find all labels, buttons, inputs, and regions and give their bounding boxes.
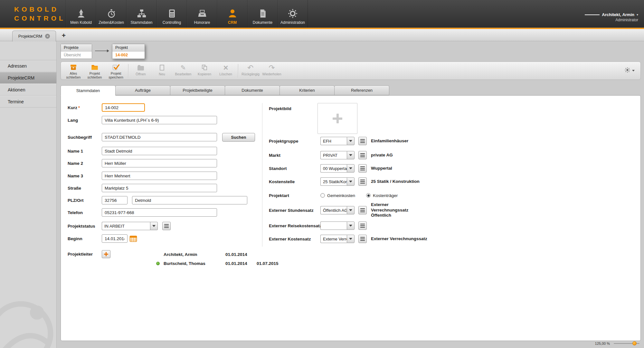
nav-zeiten-kosten[interactable]: Zeiten&Kosten [96, 0, 126, 28]
dropdown-arrow-icon[interactable] [347, 206, 355, 214]
sidebar-item-projektecrm[interactable]: ProjekteCRM [0, 72, 56, 84]
tab-auftraege[interactable]: Aufträge [115, 85, 170, 95]
markt-list-button[interactable] [358, 151, 367, 159]
externer-kostensatz-list-button[interactable] [358, 235, 367, 243]
externer-reisekostensatz-select[interactable] [320, 221, 355, 230]
sidebar: Adressen ProjekteCRM Aktionen Termine [0, 41, 57, 348]
projektgruppe-select[interactable]: EFH [320, 137, 355, 145]
radio-kostentraeger[interactable] [366, 193, 371, 198]
stopwatch-icon [107, 7, 116, 20]
tab-stammdaten[interactable]: Stammdaten [61, 85, 116, 96]
markt-select[interactable]: PRIVAT [320, 151, 355, 159]
form-row-kostenstelle: Kostenstelle 25 Statik/Kon 25 Statik / K… [269, 177, 420, 186]
nav-controlling[interactable]: Controlling [156, 0, 187, 28]
toolbar-button-kopieren[interactable]: Kopieren [194, 62, 215, 79]
kurz-input[interactable] [102, 103, 145, 112]
nav-dokumente[interactable]: Dokumente [247, 0, 278, 28]
app-logo: KOBOLD CONTROL [14, 5, 66, 23]
name2-input[interactable] [102, 159, 217, 167]
externer-stundensatz-description: Externer Verrechnungssatz Öffentlich [371, 202, 408, 219]
user-menu[interactable]: Architekt, Armin ▾ Administrator [585, 12, 638, 22]
projektstatus-select[interactable]: IN ARBEIT [102, 222, 158, 230]
lang-input[interactable] [102, 116, 217, 124]
ort-input[interactable] [132, 196, 247, 204]
workspace-tab-label: ProjekteCRM [18, 34, 42, 39]
toolbar-button-bearbeiten[interactable]: ✎ Bearbeiten [173, 62, 194, 79]
plz-input[interactable] [102, 196, 128, 204]
kostenstelle-list-button[interactable] [358, 177, 367, 186]
tab-referenzen[interactable]: Referenzen [334, 85, 389, 95]
standort-description: Wuppertal [371, 166, 392, 171]
nav-mein-kobold[interactable]: Mein Kobold [66, 0, 96, 28]
suchen-button[interactable]: Suchen [222, 133, 255, 142]
user-role: Administrator [585, 18, 638, 22]
toolbar-button-alles-schliessen[interactable]: Alles schließen [63, 62, 84, 79]
dropdown-arrow-icon[interactable] [347, 177, 355, 186]
status-bar: 125,00 % [595, 341, 639, 346]
dropdown-arrow-icon[interactable] [347, 137, 355, 145]
calendar-button[interactable] [129, 235, 137, 242]
close-tab-icon[interactable]: × [45, 34, 50, 39]
tab-projektbeteiligte[interactable]: Projektbeteiligte [170, 85, 225, 95]
toolbar-button-wiederholen[interactable]: ↷ Wiederholen [261, 62, 282, 79]
beginn-input[interactable] [102, 234, 128, 243]
externer-kostensatz-select[interactable]: Externe Verre [320, 235, 355, 243]
dropdown-arrow-icon[interactable] [347, 235, 355, 243]
form-row-telefon: Telefon [68, 208, 217, 217]
projektleiter-row[interactable]: Architekt, Armin 01.01.2014 [156, 250, 288, 259]
toolbar-button-projekt-speichern[interactable]: Projekt speichern [105, 62, 127, 79]
add-projektleiter-button[interactable] [102, 250, 110, 258]
dropdown-arrow-icon[interactable] [347, 221, 355, 230]
name1-input[interactable] [102, 147, 217, 155]
breadcrumb-target[interactable]: Projekt 14-002 [112, 44, 145, 59]
projektstatus-list-button[interactable] [162, 222, 171, 230]
toolbar-button-loeschen[interactable]: × Löschen [215, 62, 236, 79]
form-row-markt: Markt PRIVAT private AG [269, 151, 393, 159]
sidebar-item-termine[interactable]: Termine [0, 96, 56, 108]
nav-honorare[interactable]: Honorare [187, 0, 217, 28]
radio-gemeinkosten[interactable] [320, 193, 325, 198]
dropdown-arrow-icon[interactable] [150, 222, 158, 230]
sidebar-item-adressen[interactable]: Adressen [0, 60, 56, 72]
projektleiter-row[interactable]: Burtscheid, Thomas 01.01.2014 01.07.2015 [156, 259, 288, 268]
form-row-projektstatus: Projektstatus IN ARBEIT [68, 222, 171, 230]
workspace-tab-projektecrm[interactable]: ProjekteCRM × [12, 31, 56, 42]
zoom-slider-knob[interactable] [632, 341, 637, 345]
nav-crm[interactable]: CRM [217, 0, 247, 28]
telefon-input[interactable] [102, 208, 217, 217]
toolbar-button-oeffnen[interactable]: Öffnen [130, 62, 151, 79]
strasse-input[interactable] [102, 184, 217, 192]
name3-input[interactable] [102, 172, 217, 180]
sidebar-item-aktionen[interactable]: Aktionen [0, 84, 56, 96]
externer-stundensatz-select[interactable]: Öffentlich AG [320, 206, 355, 214]
pencil-icon: ✎ [181, 63, 186, 72]
open-folder-icon [137, 63, 144, 72]
toolbar-button-rueckgaengig[interactable]: ↶ Rückgängig [240, 62, 261, 79]
logo-line-1: KOBOLD [14, 5, 66, 14]
standort-select[interactable]: 00 Wuppertal [320, 164, 355, 173]
breadcrumb-source[interactable]: Projekte Übersicht [61, 44, 92, 59]
standort-list-button[interactable] [358, 164, 367, 173]
externer-reisekostensatz-list-button[interactable] [358, 221, 367, 230]
add-workspace-tab-button[interactable]: + [60, 32, 68, 39]
dropdown-arrow-icon[interactable] [347, 164, 355, 173]
zoom-slider[interactable] [614, 341, 639, 346]
nav-administration[interactable]: Administration [278, 0, 308, 28]
projektbild-placeholder[interactable] [317, 103, 357, 134]
form-row-externer-reisekostensatz: Externer Reisekostensatz [269, 221, 367, 230]
dropdown-arrow-icon[interactable] [347, 151, 355, 159]
toolbar-button-projekt-schliessen[interactable]: Projekt schließen [84, 62, 105, 79]
tab-kriterien[interactable]: Kriterien [279, 85, 335, 95]
suchbegriff-input[interactable] [102, 133, 217, 141]
projektgruppe-list-button[interactable] [358, 137, 367, 145]
toolbar-button-neu[interactable]: Neu [151, 62, 173, 79]
nav-stammdaten[interactable]: Stammdaten [126, 0, 156, 28]
chevron-down-icon [632, 70, 635, 71]
form-row-standort: Standort 00 Wuppertal Wuppertal [269, 164, 392, 173]
kostenstelle-select[interactable]: 25 Statik/Kon [320, 177, 355, 186]
sun-icon [624, 67, 630, 74]
externer-stundensatz-list-button[interactable] [358, 206, 367, 214]
tab-dokumente[interactable]: Dokumente [225, 85, 280, 95]
display-options-button[interactable] [624, 67, 635, 74]
copy-icon [202, 63, 207, 72]
